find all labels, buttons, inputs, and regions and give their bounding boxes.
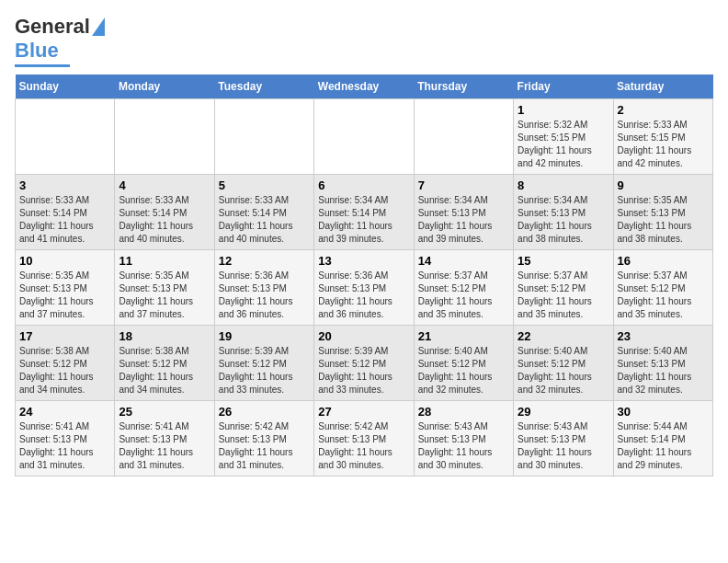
weekday-header-sunday: Sunday — [16, 75, 115, 99]
day-number: 14 — [418, 254, 509, 268]
calendar-week-3: 10Sunrise: 5:35 AM Sunset: 5:13 PM Dayli… — [16, 250, 713, 326]
weekday-header-thursday: Thursday — [414, 75, 513, 99]
day-number: 12 — [219, 254, 310, 268]
day-number: 21 — [418, 329, 509, 343]
calendar-cell: 19Sunrise: 5:39 AM Sunset: 5:12 PM Dayli… — [214, 326, 313, 401]
day-info: Sunrise: 5:32 AM Sunset: 5:15 PM Dayligh… — [518, 119, 609, 170]
calendar-cell: 27Sunrise: 5:42 AM Sunset: 5:13 PM Dayli… — [314, 401, 414, 477]
day-info: Sunrise: 5:43 AM Sunset: 5:13 PM Dayligh… — [418, 420, 509, 472]
day-number: 7 — [418, 178, 509, 192]
day-number: 13 — [318, 254, 409, 268]
day-number: 5 — [219, 178, 310, 192]
calendar-week-5: 24Sunrise: 5:41 AM Sunset: 5:13 PM Dayli… — [16, 401, 713, 477]
calendar-week-1: 1Sunrise: 5:32 AM Sunset: 5:15 PM Daylig… — [16, 99, 713, 175]
day-number: 8 — [518, 178, 609, 192]
calendar-cell: 22Sunrise: 5:40 AM Sunset: 5:12 PM Dayli… — [514, 326, 613, 401]
calendar-cell: 2Sunrise: 5:33 AM Sunset: 5:15 PM Daylig… — [613, 99, 712, 175]
calendar-cell: 18Sunrise: 5:38 AM Sunset: 5:12 PM Dayli… — [115, 326, 214, 401]
calendar-cell: 26Sunrise: 5:42 AM Sunset: 5:13 PM Dayli… — [214, 401, 313, 477]
calendar-cell: 29Sunrise: 5:43 AM Sunset: 5:13 PM Dayli… — [514, 401, 613, 477]
weekday-header-saturday: Saturday — [613, 75, 712, 99]
day-info: Sunrise: 5:38 AM Sunset: 5:12 PM Dayligh… — [19, 345, 110, 396]
day-info: Sunrise: 5:36 AM Sunset: 5:13 PM Dayligh… — [219, 270, 310, 321]
day-number: 27 — [318, 405, 409, 419]
day-info: Sunrise: 5:35 AM Sunset: 5:13 PM Dayligh… — [618, 194, 709, 246]
day-number: 20 — [318, 329, 409, 343]
logo-triangle-icon — [92, 17, 105, 36]
day-number: 6 — [318, 178, 409, 192]
day-info: Sunrise: 5:38 AM Sunset: 5:12 PM Dayligh… — [119, 345, 210, 396]
day-number: 26 — [219, 405, 310, 419]
day-info: Sunrise: 5:43 AM Sunset: 5:13 PM Dayligh… — [518, 420, 609, 472]
calendar-cell: 11Sunrise: 5:35 AM Sunset: 5:13 PM Dayli… — [115, 250, 214, 326]
day-info: Sunrise: 5:34 AM Sunset: 5:13 PM Dayligh… — [418, 194, 509, 246]
calendar-cell — [115, 99, 214, 175]
day-number: 25 — [119, 405, 210, 419]
day-info: Sunrise: 5:34 AM Sunset: 5:13 PM Dayligh… — [518, 194, 609, 246]
logo-blue: Blue — [15, 39, 59, 63]
day-info: Sunrise: 5:39 AM Sunset: 5:12 PM Dayligh… — [318, 345, 409, 396]
day-number: 19 — [219, 329, 310, 343]
day-number: 23 — [618, 329, 709, 343]
day-info: Sunrise: 5:42 AM Sunset: 5:13 PM Dayligh… — [219, 420, 310, 472]
weekday-header-tuesday: Tuesday — [214, 75, 313, 99]
calendar-cell: 16Sunrise: 5:37 AM Sunset: 5:12 PM Dayli… — [613, 250, 712, 326]
day-number: 24 — [19, 405, 110, 419]
weekday-header-wednesday: Wednesday — [314, 75, 414, 99]
day-number: 22 — [518, 329, 609, 343]
calendar-cell: 25Sunrise: 5:41 AM Sunset: 5:13 PM Dayli… — [115, 401, 214, 477]
page-header: General Blue — [15, 15, 713, 67]
day-info: Sunrise: 5:34 AM Sunset: 5:14 PM Dayligh… — [318, 194, 409, 246]
calendar-table: SundayMondayTuesdayWednesdayThursdayFrid… — [15, 75, 713, 477]
calendar-cell — [314, 99, 414, 175]
day-info: Sunrise: 5:33 AM Sunset: 5:15 PM Dayligh… — [618, 119, 709, 170]
calendar-cell: 21Sunrise: 5:40 AM Sunset: 5:12 PM Dayli… — [414, 326, 513, 401]
day-number: 29 — [518, 405, 609, 419]
weekday-header-friday: Friday — [514, 75, 613, 99]
calendar-cell: 23Sunrise: 5:40 AM Sunset: 5:13 PM Dayli… — [613, 326, 712, 401]
calendar-cell: 13Sunrise: 5:36 AM Sunset: 5:13 PM Dayli… — [314, 250, 414, 326]
logo-general: General — [15, 15, 90, 39]
day-number: 10 — [19, 254, 110, 268]
calendar-cell: 24Sunrise: 5:41 AM Sunset: 5:13 PM Dayli… — [16, 401, 115, 477]
calendar-cell: 14Sunrise: 5:37 AM Sunset: 5:12 PM Dayli… — [414, 250, 513, 326]
day-info: Sunrise: 5:41 AM Sunset: 5:13 PM Dayligh… — [19, 420, 110, 472]
day-info: Sunrise: 5:36 AM Sunset: 5:13 PM Dayligh… — [318, 270, 409, 321]
day-info: Sunrise: 5:37 AM Sunset: 5:12 PM Dayligh… — [618, 270, 709, 321]
day-info: Sunrise: 5:37 AM Sunset: 5:12 PM Dayligh… — [418, 270, 509, 321]
day-info: Sunrise: 5:33 AM Sunset: 5:14 PM Dayligh… — [19, 194, 110, 246]
day-info: Sunrise: 5:39 AM Sunset: 5:12 PM Dayligh… — [219, 345, 310, 396]
day-info: Sunrise: 5:33 AM Sunset: 5:14 PM Dayligh… — [119, 194, 210, 246]
calendar-week-4: 17Sunrise: 5:38 AM Sunset: 5:12 PM Dayli… — [16, 326, 713, 401]
calendar-cell — [414, 99, 513, 175]
logo-underline — [15, 64, 70, 67]
calendar-cell: 5Sunrise: 5:33 AM Sunset: 5:14 PM Daylig… — [214, 175, 313, 250]
calendar-cell: 15Sunrise: 5:37 AM Sunset: 5:12 PM Dayli… — [514, 250, 613, 326]
day-number: 17 — [19, 329, 110, 343]
calendar-cell: 4Sunrise: 5:33 AM Sunset: 5:14 PM Daylig… — [115, 175, 214, 250]
day-number: 4 — [119, 178, 210, 192]
day-info: Sunrise: 5:44 AM Sunset: 5:14 PM Dayligh… — [618, 420, 709, 472]
calendar-cell: 17Sunrise: 5:38 AM Sunset: 5:12 PM Dayli… — [16, 326, 115, 401]
day-number: 28 — [418, 405, 509, 419]
header-row: SundayMondayTuesdayWednesdayThursdayFrid… — [16, 75, 713, 99]
day-number: 9 — [618, 178, 709, 192]
calendar-cell — [214, 99, 313, 175]
day-info: Sunrise: 5:42 AM Sunset: 5:13 PM Dayligh… — [318, 420, 409, 472]
day-number: 18 — [119, 329, 210, 343]
calendar-cell: 28Sunrise: 5:43 AM Sunset: 5:13 PM Dayli… — [414, 401, 513, 477]
weekday-header-monday: Monday — [115, 75, 214, 99]
logo: General Blue — [15, 15, 105, 67]
day-info: Sunrise: 5:40 AM Sunset: 5:12 PM Dayligh… — [518, 345, 609, 396]
calendar-cell: 6Sunrise: 5:34 AM Sunset: 5:14 PM Daylig… — [314, 175, 414, 250]
day-info: Sunrise: 5:35 AM Sunset: 5:13 PM Dayligh… — [19, 270, 110, 321]
calendar-cell: 9Sunrise: 5:35 AM Sunset: 5:13 PM Daylig… — [613, 175, 712, 250]
day-number: 3 — [19, 178, 110, 192]
calendar-cell: 20Sunrise: 5:39 AM Sunset: 5:12 PM Dayli… — [314, 326, 414, 401]
calendar-cell — [16, 99, 115, 175]
calendar-cell: 30Sunrise: 5:44 AM Sunset: 5:14 PM Dayli… — [613, 401, 712, 477]
calendar-cell: 10Sunrise: 5:35 AM Sunset: 5:13 PM Dayli… — [16, 250, 115, 326]
day-number: 15 — [518, 254, 609, 268]
calendar-week-2: 3Sunrise: 5:33 AM Sunset: 5:14 PM Daylig… — [16, 175, 713, 250]
calendar-cell: 8Sunrise: 5:34 AM Sunset: 5:13 PM Daylig… — [514, 175, 613, 250]
